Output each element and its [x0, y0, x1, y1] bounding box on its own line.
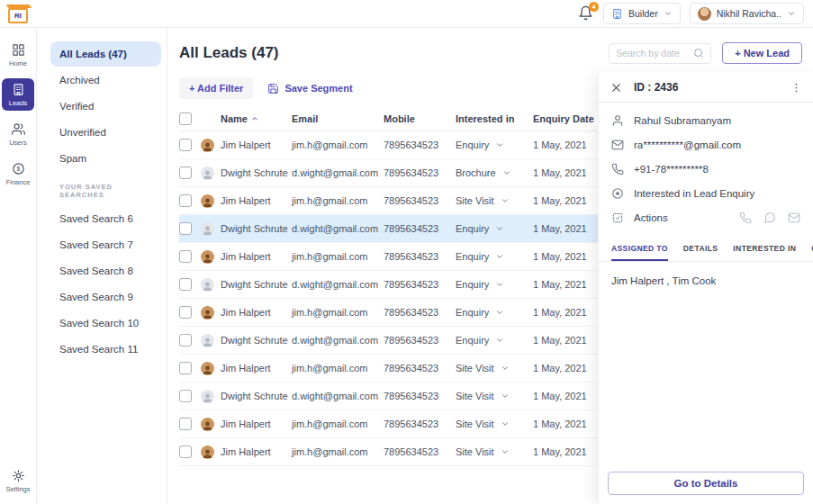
topbar: RI 4 Builder Nikhil Ravicha.. [0, 0, 813, 28]
rail-item-finance[interactable]: $ Finance [2, 158, 34, 190]
detail-tab[interactable]: DETAILS [683, 236, 718, 261]
sidebar-view-item[interactable]: Spam [50, 146, 161, 171]
builder-dropdown[interactable]: Builder [603, 3, 681, 24]
app-root: RI 4 Builder Nikhil Ravicha.. Ho [0, 0, 813, 504]
row-checkbox[interactable] [179, 390, 192, 402]
sidebar-view-item[interactable]: Verified [50, 94, 161, 119]
home-grid-icon [12, 43, 25, 57]
panel-header: ID : 2436 [599, 72, 813, 103]
chat-action-icon[interactable] [763, 212, 776, 224]
add-filter-button[interactable]: + Add Filter [179, 77, 253, 99]
sort-asc-icon [250, 114, 259, 123]
column-header-interested-in[interactable]: Interested in [456, 113, 533, 124]
interested-in-dropdown[interactable]: Site Visit [456, 391, 533, 401]
row-checkbox[interactable] [179, 222, 192, 235]
interested-in-value: Site Visit [456, 446, 494, 457]
column-header-name[interactable]: Name [201, 113, 292, 124]
lead-avatar [201, 139, 214, 152]
user-menu[interactable]: Nikhil Ravicha.. [690, 3, 804, 24]
column-header-mobile[interactable]: Mobile [384, 113, 456, 124]
notifications-button[interactable]: 4 [578, 5, 594, 22]
search-input[interactable] [616, 48, 693, 58]
lead-name: Dwight Schrute [221, 391, 288, 401]
panel-more-button[interactable] [790, 82, 802, 94]
app-logo-text: RI [14, 12, 22, 20]
rail-item-settings[interactable]: Settings [2, 464, 34, 497]
row-checkbox[interactable] [179, 418, 192, 430]
row-checkbox[interactable] [179, 194, 192, 207]
row-checkbox[interactable] [179, 306, 192, 319]
row-checkbox[interactable] [179, 166, 192, 179]
row-checkbox[interactable] [179, 278, 192, 291]
interested-in-dropdown[interactable]: Site Visit [456, 446, 533, 457]
row-checkbox[interactable] [179, 446, 192, 458]
new-lead-button[interactable]: + New Lead [722, 42, 802, 64]
search-icon [693, 48, 704, 58]
app-logo[interactable]: RI [8, 8, 28, 23]
lead-avatar [201, 446, 214, 459]
interested-in-dropdown[interactable]: Enquiry [456, 279, 533, 290]
save-segment-button[interactable]: Save Segment [267, 83, 352, 94]
saved-search-item[interactable]: Saved Search 6 [50, 206, 161, 231]
rail-item-home[interactable]: Home [2, 39, 34, 71]
chevron-down-icon [495, 252, 504, 261]
interested-in-dropdown[interactable]: Site Visit [456, 363, 533, 374]
sidebar-view-label: Archived [59, 75, 100, 86]
chevron-down-icon [495, 224, 504, 233]
assigned-to-value: Jim Halpert , Tim Cook [599, 262, 813, 300]
interested-in-dropdown[interactable]: Enquiry [456, 223, 533, 234]
sidebar-view-item[interactable]: Unverified [50, 120, 161, 145]
rail-item-leads[interactable]: Leads [2, 78, 34, 111]
row-checkbox[interactable] [179, 334, 192, 346]
call-action-icon[interactable] [739, 212, 752, 224]
interest-text: Interested in Lead Enquiry [634, 188, 754, 199]
saved-search-item[interactable]: Saved Search 8 [50, 258, 161, 284]
go-to-details-button[interactable]: Go to Details [608, 472, 804, 495]
interested-in-dropdown[interactable]: Enquiry [456, 335, 533, 346]
saved-search-label: Saved Search 11 [59, 344, 138, 355]
select-all-checkbox[interactable] [179, 112, 192, 125]
rail-item-users[interactable]: Users [2, 118, 34, 150]
lead-avatar [201, 306, 214, 320]
detail-tab[interactable]: ASSIGNED TO [611, 236, 668, 261]
interested-in-value: Enquiry [456, 251, 489, 262]
contact-name-row: Rahul Subramanyam [611, 114, 800, 127]
column-header-email[interactable]: Email [292, 113, 384, 124]
saved-search-item[interactable]: Saved Search 9 [50, 284, 161, 310]
saved-search-item[interactable]: Saved Search 10 [50, 310, 161, 336]
mail-action-icon[interactable] [788, 212, 800, 224]
interested-in-value: Enquiry [456, 335, 489, 346]
sidebar-view-item[interactable]: All Leads (47) [50, 41, 161, 67]
lead-email: jim.h@gmail.com [292, 195, 384, 206]
lead-email: d.wight@gmail.com [292, 391, 384, 401]
interested-in-dropdown[interactable]: Enquiry [456, 251, 533, 262]
interested-in-dropdown[interactable]: Site Visit [456, 418, 533, 429]
interested-in-dropdown[interactable]: Enquiry [456, 307, 533, 318]
interested-in-dropdown[interactable]: Enquiry [456, 140, 533, 150]
detail-tabs: ASSIGNED TO DETAILS INTERESTED IN CALL R… [599, 236, 813, 262]
row-checkbox[interactable] [179, 362, 192, 374]
interested-in-dropdown[interactable]: Brochure [456, 167, 533, 178]
lead-name: Jim Halpert [221, 251, 271, 262]
detail-tab[interactable]: INTERESTED IN [733, 236, 796, 261]
interested-in-dropdown[interactable]: Site Visit [456, 195, 533, 206]
saved-search-label: Saved Search 10 [59, 318, 139, 328]
close-panel-button[interactable] [610, 82, 622, 94]
rail-label: Home [9, 59, 27, 68]
contact-phone-row: +91-78*********8 [611, 163, 800, 176]
chevron-down-icon [495, 308, 504, 317]
leads-sidebar: All Leads (47) Archived Verified Unverif… [37, 28, 167, 504]
lead-avatar [201, 250, 214, 264]
row-checkbox[interactable] [179, 250, 192, 263]
topbar-right: 4 Builder Nikhil Ravicha.. [578, 3, 804, 24]
row-checkbox[interactable] [179, 139, 192, 151]
sidebar-view-item[interactable]: Archived [50, 68, 161, 93]
saved-search-item[interactable]: Saved Search 7 [50, 232, 161, 257]
lead-avatar [201, 194, 214, 208]
lead-email: jim.h@gmail.com [292, 363, 384, 374]
users-icon [12, 122, 25, 136]
contact-info: Rahul Subramanyam ra**********@gmail.com… [599, 103, 813, 236]
chevron-down-icon [501, 364, 510, 373]
saved-search-item[interactable]: Saved Search 11 [50, 337, 161, 362]
lead-avatar [201, 418, 214, 431]
